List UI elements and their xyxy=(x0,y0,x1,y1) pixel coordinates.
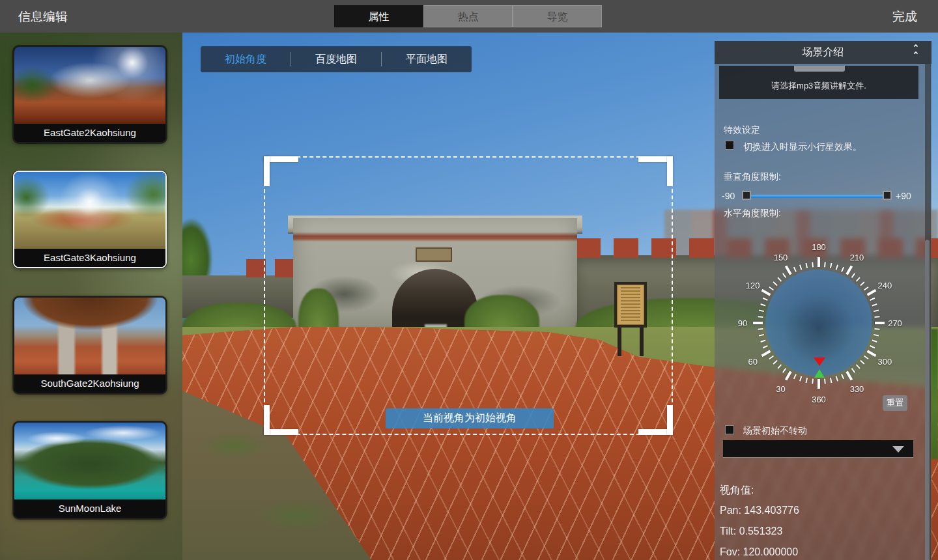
scene-name: EastGate2Kaohsiung xyxy=(14,124,165,142)
collapse-panel-icon[interactable]: ⌃⌃ xyxy=(908,44,924,60)
fov-value: Fov: 120.000000 xyxy=(720,546,798,558)
compass-minor-tick xyxy=(864,287,869,290)
compass-minor-tick xyxy=(760,303,765,306)
tilt-value: Tilt: 0.551323 xyxy=(720,525,782,537)
compass-major-tick xyxy=(785,266,792,275)
compass-minor-tick xyxy=(872,303,877,306)
compass-minor-tick xyxy=(872,340,877,343)
compass-minor-tick xyxy=(860,281,864,286)
asteroid-effect-checkbox[interactable] xyxy=(725,141,734,150)
scene-intro-panel: 场景介绍 ⌃⌃ 请选择mp3音频讲解文件. 特效设定 切换进入时显示小行星效果。… xyxy=(715,41,931,560)
slider-max-label: +90 xyxy=(896,191,911,201)
compass-minor-tick xyxy=(812,378,814,384)
view-values-title: 视角值: xyxy=(720,484,754,497)
set-initial-view-button[interactable]: 当前视角为初始视角 xyxy=(386,408,554,428)
compass-degree-label: 150 xyxy=(774,252,788,262)
panel-scrollbar-track[interactable] xyxy=(925,64,931,560)
compass-minor-tick xyxy=(799,376,802,381)
compass-minor-tick xyxy=(830,263,832,268)
panel-title: 场景介绍 xyxy=(715,46,931,59)
compass-marker-green-icon[interactable] xyxy=(814,369,825,378)
tab-plane-map[interactable]: 平面地图 xyxy=(382,53,472,66)
viewer-tab-bar: 初始角度 百度地图 平面地图 xyxy=(201,46,472,72)
compass-minor-tick xyxy=(870,298,875,301)
compass-minor-tick xyxy=(812,262,814,267)
mode-tab-group: 属性 热点 导览 xyxy=(334,5,602,27)
compass-degree-label: 120 xyxy=(746,280,760,290)
compass-minor-tick xyxy=(777,277,782,281)
compass-major-tick xyxy=(761,350,771,357)
horizontal-limit-label: 水平角度限制: xyxy=(724,208,781,219)
asteroid-effect-label: 切换进入时显示小行星效果。 xyxy=(743,141,862,153)
compass-major-tick xyxy=(817,257,820,267)
compass-minor-tick xyxy=(856,364,860,369)
panel-header: 场景介绍 ⌃⌃ xyxy=(715,41,931,64)
no-rotate-label: 场景初始不转动 xyxy=(743,425,807,437)
compass-degree-label: 210 xyxy=(850,252,864,262)
scene-name: EastGate3Kaohsiung xyxy=(14,249,165,267)
compass-minor-tick xyxy=(841,374,844,379)
compass-minor-tick xyxy=(864,356,869,359)
compass-minor-tick xyxy=(769,356,774,359)
scene-thumb-southgate2[interactable]: SouthGate2Kaohsiung xyxy=(13,296,167,394)
compass-minor-tick xyxy=(763,345,768,348)
top-bar: 信息编辑 属性 热点 导览 完成 xyxy=(0,0,938,33)
compass-minor-tick xyxy=(799,264,802,270)
compass-degree-label: 180 xyxy=(812,242,826,252)
scene-thumb-sunmoonlake[interactable]: SunMoonLake xyxy=(13,421,167,519)
compass-degree-label: 330 xyxy=(850,384,864,394)
compass-major-tick xyxy=(817,379,820,389)
vertical-limit-slider-track[interactable] xyxy=(746,195,887,198)
page-title: 信息编辑 xyxy=(18,8,68,25)
compass-minor-tick xyxy=(830,378,832,383)
tab-attributes[interactable]: 属性 xyxy=(334,5,423,27)
chevron-down-icon xyxy=(892,446,904,453)
no-rotate-checkbox[interactable] xyxy=(725,425,734,434)
compass-minor-tick xyxy=(773,281,777,286)
effects-section-title: 特效设定 xyxy=(724,124,760,136)
compass-minor-tick xyxy=(836,376,838,381)
compass-minor-tick xyxy=(851,368,855,373)
slider-handle-min[interactable] xyxy=(742,191,751,200)
tab-hotspots[interactable]: 热点 xyxy=(423,5,513,27)
vertical-limit-label: 垂直角度限制: xyxy=(724,171,781,183)
slider-min-label: -90 xyxy=(722,191,735,201)
choose-audio-file-button[interactable] xyxy=(794,66,845,72)
tab-initial-angle[interactable]: 初始角度 xyxy=(201,53,291,66)
scene-sidebar: EastGate2Kaohsiung EastGate3Kaohsiung So… xyxy=(0,33,182,560)
panel-scrollbar-thumb[interactable] xyxy=(925,240,930,560)
compass-major-tick xyxy=(875,322,885,324)
compass-major-tick xyxy=(846,266,853,275)
compass-minor-tick xyxy=(793,267,797,272)
scene-thumbnail-image xyxy=(14,172,165,251)
compass-minor-tick xyxy=(860,360,864,365)
scene-thumb-eastgate2[interactable]: EastGate2Kaohsiung xyxy=(13,46,167,143)
tab-tour[interactable]: 导览 xyxy=(513,5,602,27)
compass-minor-tick xyxy=(874,328,879,330)
compass-degree-label: 300 xyxy=(877,356,892,366)
scene-thumb-eastgate3[interactable]: EastGate3Kaohsiung xyxy=(13,171,167,268)
scene-name: SouthGate2Kaohsiung xyxy=(14,374,165,393)
compass-degree-label: 90 xyxy=(738,318,747,328)
compass-major-tick xyxy=(753,322,763,324)
compass-minor-tick xyxy=(763,298,768,301)
compass-degree-label: 360 xyxy=(812,395,826,404)
compass-reset-button[interactable]: 重置 xyxy=(883,395,907,411)
compass-minor-tick xyxy=(856,277,860,281)
done-button[interactable]: 完成 xyxy=(892,8,917,25)
tab-baidu-map[interactable]: 百度地图 xyxy=(291,53,381,66)
compass-minor-tick xyxy=(836,264,838,270)
compass-minor-tick xyxy=(874,316,879,318)
slider-handle-max[interactable] xyxy=(883,191,892,200)
pan-value: Pan: 143.403776 xyxy=(720,505,799,516)
compass-marker-red-icon[interactable] xyxy=(814,357,825,366)
compass-minor-tick xyxy=(758,316,763,318)
compass-minor-tick xyxy=(874,334,879,337)
scene-name: SunMoonLake xyxy=(14,499,165,518)
scene-select-dropdown[interactable] xyxy=(723,440,913,458)
compass-minor-tick xyxy=(769,287,774,290)
compass-degree-label: 270 xyxy=(888,318,902,328)
compass-minor-tick xyxy=(874,309,879,312)
compass-minor-tick xyxy=(773,360,777,365)
compass-degree-label: 30 xyxy=(776,384,785,394)
